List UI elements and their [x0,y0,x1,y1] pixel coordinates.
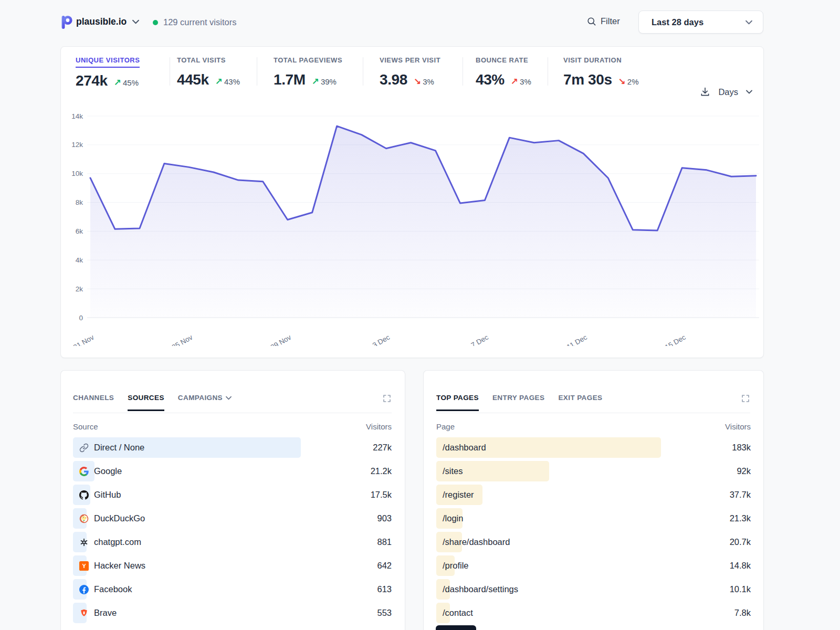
stat-total-pageviews[interactable]: TOTAL PAGEVIEWS1.7M↗39% [274,55,342,88]
source-row[interactable]: Direct / None227k [73,436,392,459]
duckduckgo-icon [79,514,89,523]
tab-label: EXIT PAGES [558,394,602,402]
row-label: /sites [443,466,463,476]
row-label: DuckDuckGo [94,513,145,523]
page-row[interactable]: /profile14.8k [436,554,751,578]
stat-label: VIEWS PER VISIT [380,56,440,67]
divider [170,57,170,86]
site-switcher[interactable]: plausible.io [76,16,139,27]
tab-label: CAMPAIGNS [178,394,223,402]
stat-change-percent: 3% [520,77,531,86]
source-row[interactable]: GitHub17.5k [73,483,392,507]
tab-exit-pages[interactable]: EXIT PAGES [558,394,602,411]
expand-icon[interactable] [382,394,392,403]
facebook-icon [79,585,89,594]
filter-button[interactable]: Filter [586,16,620,26]
column-header-visitors: Visitors [366,422,392,431]
download-icon[interactable] [700,87,710,97]
row-value: 92k [737,466,751,476]
row-value: 183k [732,443,751,453]
github-icon [79,490,89,500]
trend-down-icon: ↘ [414,76,421,87]
stat-value-row: 445k↗43% [177,71,240,88]
source-row[interactable]: chatgpt.com881 [73,530,392,554]
row-label: Google [94,466,122,476]
trend-up-icon: ↗ [312,76,319,87]
row-content: Google21.2k [73,461,392,481]
stat-label: TOTAL PAGEVIEWS [274,56,342,67]
trend-down-icon: ↘ [618,76,626,87]
source-row[interactable]: Facebook613 [73,578,392,601]
row-value: 642 [377,561,392,571]
stat-total-visits[interactable]: TOTAL VISITS445k↗43% [177,55,240,88]
stat-views-per-visit[interactable]: VIEWS PER VISIT3.98↘3% [380,55,440,88]
tab-channels[interactable]: CHANNELS [73,394,114,411]
row-value: 21.3k [730,513,751,523]
source-row[interactable]: DuckDuckGo903 [73,507,392,530]
stat-change: ↘3% [414,76,434,87]
source-row[interactable]: YHacker News642 [73,554,392,578]
stat-change: ↗39% [312,76,337,87]
page-row[interactable]: /share/dashboard20.7k [436,530,751,554]
row-value: 7.8k [734,608,751,618]
column-header-source: Source [73,422,98,431]
svg-text:Y: Y [82,562,86,569]
page-row[interactable]: /dashboard/settings10.1k [436,578,751,601]
top-bar: plausible.io 129 current visitors Filter… [0,0,840,46]
page-row[interactable]: /register37.7k [436,483,751,507]
chart-interval-control[interactable]: Days [700,87,752,97]
visitors-chart[interactable]: 02k4k6k8k10k12k14k21 Nov25 Nov29 Nov3 De… [61,110,764,346]
source-row[interactable]: Brave553 [73,601,392,625]
pages-panel: TOP PAGESENTRY PAGESEXIT PAGES Page Visi… [423,370,764,630]
stat-bounce-rate[interactable]: BOUNCE RATE43%↗3% [476,55,531,88]
trend-up-icon: ↗ [215,76,223,87]
y-axis-label: 14k [71,112,83,120]
stat-value-row: 43%↗3% [476,71,531,88]
tab-top-pages[interactable]: TOP PAGES [436,394,479,411]
divider [463,57,463,86]
y-axis-label: 6k [76,227,83,235]
current-visitors-label: 129 current visitors [163,17,236,27]
row-content: YHacker News642 [73,555,392,576]
stat-unique-visitors[interactable]: UNIQUE VISITORS274k↗45% [76,55,140,89]
pages-column-headers: Page Visitors [436,422,751,431]
sources-column-headers: Source Visitors [73,422,392,431]
row-value: 881 [377,537,392,547]
date-range-picker[interactable]: Last 28 days [638,10,763,34]
tab-label: SOURCES [128,394,164,402]
tab-campaigns[interactable]: CAMPAIGNS [178,394,232,411]
stat-change-percent: 45% [123,78,139,87]
y-axis-label: 10k [71,170,83,177]
pages-list: /dashboard183k/sites92k/register37.7k/lo… [436,436,751,625]
page-row[interactable]: /contact7.8k [436,601,751,625]
sources-panel: CHANNELSSOURCESCAMPAIGNS Source Visitors… [60,370,405,630]
page-row[interactable]: /sites92k [436,459,751,483]
row-content: GitHub17.5k [73,485,392,505]
tab-entry-pages[interactable]: ENTRY PAGES [492,394,544,411]
row-content: /dashboard/settings10.1k [436,579,751,600]
stat-value: 274k [76,72,108,89]
sources-tabs: CHANNELSSOURCESCAMPAIGNS [73,394,232,411]
interval-label: Days [718,87,738,97]
divider [363,57,363,86]
stat-visit-duration[interactable]: VISIT DURATION7m 30s↘2% [563,55,639,88]
stat-value: 43% [476,71,505,88]
row-label: /share/dashboard [443,537,510,547]
openai-icon [79,538,89,547]
tab-sources[interactable]: SOURCES [128,394,164,411]
expand-icon[interactable] [741,394,750,403]
visitors-card: UNIQUE VISITORS274k↗45%TOTAL VISITS445k↗… [60,46,764,358]
current-visitors[interactable]: 129 current visitors [153,17,236,27]
row-label: chatgpt.com [94,537,141,547]
x-axis-label: 25 Nov [171,333,194,346]
google-icon [79,467,89,476]
row-label: /profile [443,561,469,571]
row-label: Direct / None [94,443,144,453]
row-value: 613 [377,584,392,594]
page-row[interactable]: /login21.3k [436,507,751,530]
page-row[interactable]: /dashboard183k [436,436,751,459]
source-row[interactable]: Google21.2k [73,459,392,483]
x-axis-label: 15 Dec [664,333,687,346]
row-label: /register [443,490,474,500]
stat-value: 1.7M [274,71,306,88]
